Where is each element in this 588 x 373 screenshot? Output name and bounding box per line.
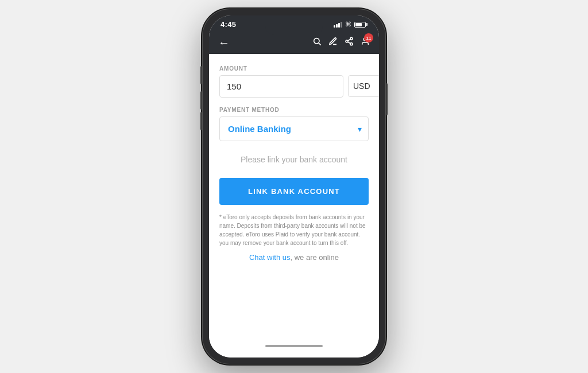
amount-row: USD EUR GBP <box>219 75 369 98</box>
battery-icon <box>354 22 368 28</box>
chat-link[interactable]: Chat with us <box>249 253 291 262</box>
amount-label: AMOUNT <box>219 65 369 72</box>
back-button[interactable]: ← <box>218 37 230 48</box>
wifi-icon: ⌘ <box>345 21 351 28</box>
svg-point-2 <box>350 37 353 40</box>
edit-button[interactable] <box>328 37 338 48</box>
link-bank-button[interactable]: LINK BANK ACCOUNT <box>219 178 369 205</box>
please-link-text: Please link your bank account <box>219 155 369 164</box>
payment-select-wrapper: Online Banking Credit Card Bank Transfer <box>219 116 369 141</box>
status-time: 4:45 <box>220 20 236 29</box>
chat-section: Chat with us, we are online <box>219 253 369 262</box>
payment-label: PAYMENT METHOD <box>219 107 369 113</box>
phone-screen: 4:45 ⌘ ← <box>209 15 379 358</box>
currency-wrapper: USD EUR GBP <box>348 75 379 98</box>
content-area: AMOUNT USD EUR GBP PAYMENT METHOD Online… <box>209 54 379 358</box>
notifications-button[interactable]: 11 <box>361 37 370 48</box>
svg-line-1 <box>319 43 321 45</box>
svg-line-5 <box>348 42 351 44</box>
disclaimer-text: * eToro only accepts deposits from bank … <box>219 213 369 247</box>
svg-point-4 <box>350 43 353 45</box>
share-button[interactable] <box>345 37 354 48</box>
svg-point-3 <box>346 40 348 42</box>
status-icons: ⌘ <box>334 21 368 28</box>
chat-rest-text: , we are online <box>290 253 339 262</box>
notification-badge: 11 <box>364 33 373 42</box>
amount-input[interactable] <box>219 75 343 98</box>
payment-method-select[interactable]: Online Banking Credit Card Bank Transfer <box>219 116 369 141</box>
phone-wrapper: 4:45 ⌘ ← <box>202 9 386 364</box>
svg-line-6 <box>348 39 351 41</box>
svg-point-0 <box>314 38 319 44</box>
home-indicator <box>265 345 323 347</box>
search-button[interactable] <box>312 37 322 48</box>
payment-section: PAYMENT METHOD Online Banking Credit Car… <box>219 107 369 141</box>
currency-select[interactable]: USD EUR GBP <box>348 75 379 97</box>
notch <box>265 22 323 35</box>
signal-icon <box>334 22 342 28</box>
